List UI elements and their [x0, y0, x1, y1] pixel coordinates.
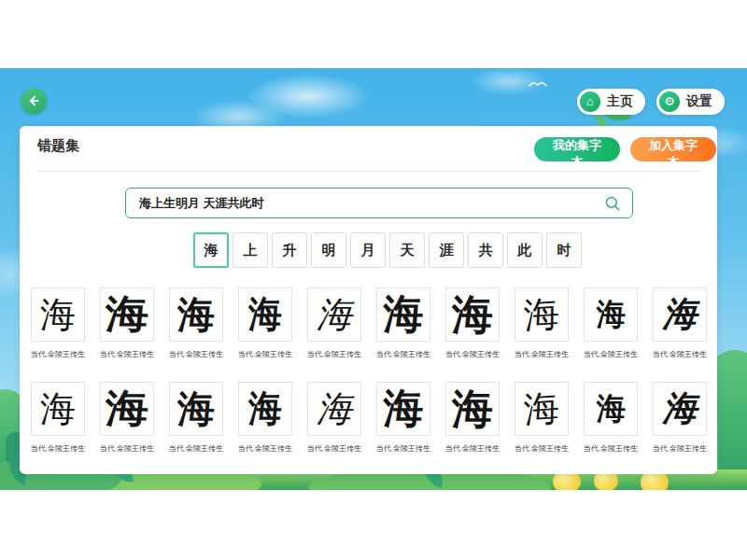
char-caption: 当代.金陵王传生	[376, 443, 430, 454]
char-caption: 当代.金陵王传生	[514, 443, 569, 454]
char-glyph-box: 海	[376, 382, 430, 436]
char-tab[interactable]: 涯	[429, 232, 464, 268]
char-glyph: 海	[384, 382, 424, 436]
char-tab-label: 明	[322, 242, 336, 259]
char-glyph-box: 海	[31, 382, 85, 436]
char-glyph-box: 海	[514, 287, 569, 342]
char-glyph: 海	[177, 384, 215, 435]
char-caption: 当代.金陵王传生	[31, 443, 85, 454]
char-caption: 当代.金陵王传生	[238, 349, 292, 359]
char-tab-label: 上	[244, 242, 258, 259]
char-glyph: 海	[40, 291, 76, 339]
char-card[interactable]: 海 当代.金陵王传生	[238, 382, 292, 454]
char-glyph-box: 海	[653, 287, 707, 342]
search-icon[interactable]	[604, 195, 621, 212]
char-tab[interactable]: 上	[233, 232, 268, 268]
char-tab-label: 升	[283, 242, 297, 259]
char-glyph: 海	[317, 385, 352, 433]
settings-label: 设置	[686, 93, 712, 110]
divider	[37, 171, 699, 172]
char-card[interactable]: 海 当代.金陵王传生	[653, 287, 707, 359]
search-bar[interactable]	[125, 188, 633, 218]
char-card[interactable]: 海 当代.金陵王传生	[584, 287, 638, 359]
char-card[interactable]: 海 当代.金陵王传生	[445, 382, 500, 454]
char-caption: 当代.金陵王传生	[100, 349, 154, 359]
char-glyph: 海	[522, 384, 560, 434]
char-glyph: 海	[663, 291, 698, 338]
home-button[interactable]: ⌂ 主页	[577, 89, 645, 115]
char-tab[interactable]: 海	[193, 232, 229, 268]
char-caption: 当代.金陵王传生	[376, 349, 430, 359]
app-screen: ⌂ 主页 ⚙ 设置 错题集 我的集字本 加入集字本	[0, 68, 747, 490]
char-glyph-box: 海	[584, 287, 638, 342]
settings-button[interactable]: ⚙ 设置	[656, 89, 725, 115]
my-collection-button[interactable]: 我的集字本	[534, 137, 620, 161]
char-card[interactable]: 海 当代.金陵王传生	[584, 382, 638, 454]
home-label: 主页	[607, 93, 633, 110]
char-tabs: 海 上 升 明 月	[193, 232, 582, 268]
char-glyph: 海	[106, 288, 148, 341]
char-glyph-box: 海	[307, 382, 361, 436]
char-glyph: 海	[317, 291, 352, 339]
char-glyph: 海	[596, 388, 625, 430]
char-glyph-box: 海	[238, 382, 292, 436]
char-card[interactable]: 海 当代.金陵王传生	[238, 287, 292, 359]
char-tab[interactable]: 共	[468, 232, 503, 268]
char-caption: 当代.金陵王传生	[307, 443, 361, 454]
char-tab[interactable]: 此	[507, 232, 543, 268]
back-button[interactable]	[21, 88, 47, 114]
char-card[interactable]: 海 当代.金陵王传生	[31, 382, 85, 454]
char-glyph-box: 海	[584, 382, 638, 436]
char-glyph-box: 海	[169, 287, 223, 342]
char-glyph: 海	[452, 287, 493, 342]
char-card[interactable]: 海 当代.金陵王传生	[307, 382, 361, 454]
char-caption: 当代.金陵王传生	[445, 349, 500, 359]
char-glyph-box: 海	[445, 382, 500, 436]
char-glyph: 海	[384, 287, 424, 342]
char-tab-label: 海	[204, 242, 218, 259]
char-card[interactable]: 海 当代.金陵王传生	[100, 287, 154, 359]
char-glyph-box: 海	[238, 287, 292, 342]
char-card[interactable]: 海 当代.金陵王传生	[376, 382, 430, 454]
char-card[interactable]: 海 当代.金陵王传生	[169, 287, 223, 359]
char-caption: 当代.金陵王传生	[100, 443, 154, 454]
char-card[interactable]: 海 当代.金陵王传生	[307, 287, 361, 359]
char-tab-label: 天	[401, 242, 415, 259]
char-tab[interactable]: 月	[350, 232, 386, 268]
char-caption: 当代.金陵王传生	[653, 443, 707, 454]
char-glyph: 海	[248, 289, 282, 340]
char-caption: 当代.金陵王传生	[584, 443, 638, 454]
char-tab-label: 时	[557, 242, 571, 259]
app-viewport: ⌂ 主页 ⚙ 设置 错题集 我的集字本 加入集字本	[0, 0, 747, 560]
char-card[interactable]: 海 当代.金陵王传生	[31, 287, 85, 359]
gear-icon: ⚙	[659, 91, 680, 112]
char-card[interactable]: 海 当代.金陵王传生	[376, 287, 430, 359]
char-caption: 当代.金陵王传生	[169, 349, 223, 359]
char-tab[interactable]: 明	[311, 232, 346, 268]
char-glyph: 海	[40, 385, 76, 433]
char-card[interactable]: 海 当代.金陵王传生	[653, 382, 707, 454]
char-tab-label: 共	[479, 242, 493, 259]
char-glyph-box: 海	[31, 287, 85, 342]
char-card[interactable]: 海 当代.金陵王传生	[445, 287, 500, 359]
char-glyph: 海	[452, 382, 493, 436]
char-glyph-box: 海	[100, 287, 154, 342]
char-glyph: 海	[522, 289, 560, 340]
bird-icon	[529, 79, 547, 88]
search-input[interactable]	[139, 196, 604, 210]
char-tab-label: 涯	[440, 242, 454, 259]
char-card[interactable]: 海 当代.金陵王传生	[169, 382, 223, 454]
char-glyph-box: 海	[514, 382, 569, 436]
char-glyph: 海	[663, 385, 698, 432]
home-icon: ⌂	[580, 91, 600, 112]
char-card[interactable]: 海 当代.金陵王传生	[514, 287, 569, 359]
join-collection-button[interactable]: 加入集字本	[630, 137, 716, 161]
char-tab[interactable]: 天	[389, 232, 425, 268]
char-glyph-box: 海	[100, 382, 154, 436]
char-card[interactable]: 海 当代.金陵王传生	[100, 382, 154, 454]
char-tab[interactable]: 升	[272, 232, 307, 268]
char-tab[interactable]: 时	[546, 232, 582, 268]
char-glyph: 海	[177, 289, 215, 341]
char-caption: 当代.金陵王传生	[584, 349, 638, 359]
char-card[interactable]: 海 当代.金陵王传生	[514, 382, 569, 454]
